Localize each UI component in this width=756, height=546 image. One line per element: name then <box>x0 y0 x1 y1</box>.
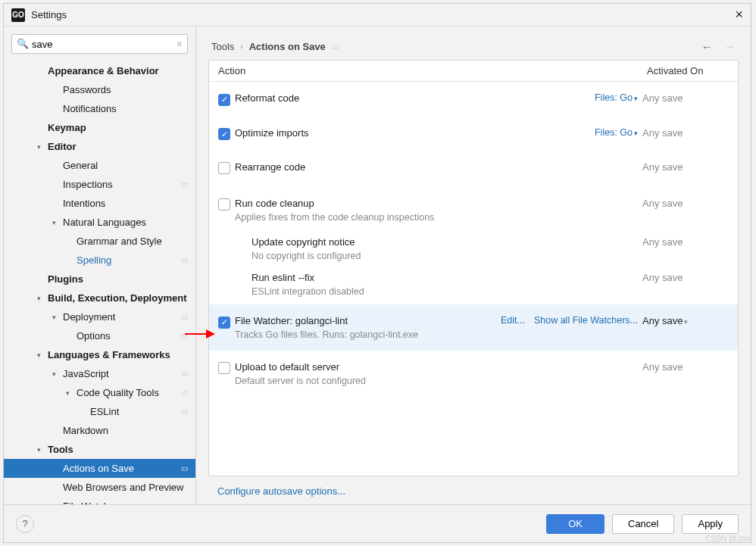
sidebar-item-plugins[interactable]: Plugins <box>4 270 195 289</box>
table-row[interactable]: Rearrange codeAny save <box>209 151 738 187</box>
chevron-down-icon: ▾ <box>30 446 48 454</box>
sidebar-item-natural-languages[interactable]: ▾Natural Languages <box>4 213 195 232</box>
sidebar-item-editor[interactable]: ▾Editor <box>4 137 195 156</box>
sidebar-item-actions-on-save[interactable]: Actions on Save▭ <box>4 459 195 478</box>
sidebar-item-tools[interactable]: ▾Tools <box>4 440 195 459</box>
help-button[interactable]: ? <box>16 515 34 533</box>
column-action[interactable]: Action <box>209 65 641 76</box>
activated-on: Any save <box>642 236 733 261</box>
table-row[interactable]: Update copyright noticeNo copyright is c… <box>209 233 738 269</box>
gear-icon: ▭ <box>181 180 188 189</box>
sidebar-item-general[interactable]: General <box>4 156 195 175</box>
checkbox[interactable] <box>218 198 230 211</box>
sidebar-item-label: Options <box>77 330 178 342</box>
chevron-down-icon: ▾ <box>45 219 63 226</box>
gear-icon: ▭ <box>181 502 188 504</box>
show-all-link[interactable]: Show all File Watchers... <box>534 315 638 326</box>
sidebar-item-grammar-and-style[interactable]: Grammar and Style <box>4 232 195 251</box>
table-row[interactable]: Run eslint --fixESLint integration disab… <box>209 269 738 304</box>
sidebar-item-intentions[interactable]: Intentions <box>4 194 195 213</box>
sidebar-item-deployment[interactable]: ▾Deployment▭ <box>4 307 195 326</box>
action-title: Run code cleanup <box>235 198 638 209</box>
sidebar-item-file-watchers[interactable]: File Watchers▭ <box>4 497 195 504</box>
sidebar-item-label: Actions on Save <box>63 463 178 474</box>
action-title: File Watcher: golangci-lint <box>235 315 501 326</box>
chevron-down-icon: ▾ <box>30 351 48 359</box>
chevron-down-icon: ▾ <box>30 143 48 151</box>
footer: ? OK Cancel Apply <box>4 504 751 542</box>
checkbox[interactable]: ✓ <box>218 94 230 106</box>
column-activated[interactable]: Activated On <box>641 65 738 76</box>
nav-forward-icon[interactable]: → <box>724 40 736 53</box>
sidebar-item-spelling[interactable]: Spelling▭ <box>4 251 195 270</box>
titlebar: GO Settings × <box>4 4 751 27</box>
cancel-button[interactable]: Cancel <box>612 514 674 534</box>
sidebar-item-languages-frameworks[interactable]: ▾Languages & Frameworks <box>4 345 195 364</box>
activated-on: Any save <box>642 127 733 141</box>
sidebar-item-web-browsers-and-preview[interactable]: Web Browsers and Preview <box>4 478 195 497</box>
action-subtitle: ESLint integration disabled <box>251 286 638 297</box>
sidebar-item-label: Tools <box>48 444 188 455</box>
main-panel: Tools › Actions on Save ▭ ← → Action Act… <box>196 27 751 504</box>
files-scope-link[interactable]: Files: Go▾ <box>595 127 638 138</box>
action-subtitle: Default server is not configured <box>235 376 638 386</box>
gear-icon: ▭ <box>181 313 188 321</box>
edit-link[interactable]: Edit... <box>501 315 525 326</box>
close-icon[interactable]: × <box>735 7 743 23</box>
sidebar-item-markdown[interactable]: Markdown <box>4 421 195 440</box>
breadcrumb-parent[interactable]: Tools <box>211 41 234 52</box>
chevron-down-icon: ▾ <box>45 314 63 321</box>
action-title: Upload to default server <box>235 361 638 373</box>
sidebar-item-eslint[interactable]: ESLint▭ <box>4 402 195 421</box>
actions-pane: Action Activated On ✓Reformat codeFiles:… <box>208 60 739 476</box>
chevron-down-icon: ▾ <box>684 318 688 326</box>
table-row[interactable]: ✓Optimize importsFiles: Go▾Any save <box>209 117 738 151</box>
apply-button[interactable]: Apply <box>682 514 739 534</box>
sidebar-item-code-quality-tools[interactable]: ▾Code Quality Tools▭ <box>4 383 195 402</box>
sidebar-item-keymap[interactable]: Keymap <box>4 118 195 137</box>
sidebar-item-javascript[interactable]: ▾JavaScript▭ <box>4 364 195 383</box>
action-title: Update copyright notice <box>251 236 638 248</box>
table-row[interactable]: ✓Reformat codeFiles: Go▾Any save <box>209 82 738 117</box>
checkbox[interactable]: ✓ <box>218 317 230 329</box>
sidebar-item-label: ESLint <box>90 406 178 417</box>
sidebar-item-label: Markdown <box>63 425 188 436</box>
nav-back-icon[interactable]: ← <box>701 40 712 53</box>
sidebar-item-appearance-behavior[interactable]: Appearance & Behavior <box>4 61 195 80</box>
table-row[interactable]: Upload to default serverDefault server i… <box>209 351 738 397</box>
table-row[interactable]: ✓File Watcher: golangci-lintTracks Go fi… <box>209 304 738 351</box>
ok-button[interactable]: OK <box>546 514 604 534</box>
sidebar-item-label: Languages & Frameworks <box>48 349 188 360</box>
sidebar-item-passwords[interactable]: Passwords <box>4 80 195 99</box>
files-scope-link[interactable]: Files: Go▾ <box>595 92 638 103</box>
watermark: CSDN @Jzin <box>705 535 750 543</box>
table-row[interactable]: Run code cleanupApplies fixes from the c… <box>209 187 738 233</box>
gear-icon: ▭ <box>181 332 188 340</box>
action-title: Rearrange code <box>235 161 638 173</box>
search-icon: 🔍 <box>17 38 29 49</box>
activated-on: Any save <box>642 361 733 386</box>
sidebar-item-inspections[interactable]: Inspections▭ <box>4 175 195 194</box>
configure-autosave-link[interactable]: Configure autosave options... <box>217 485 345 497</box>
sidebar-item-label: Build, Execution, Deployment <box>48 292 188 304</box>
checkbox[interactable] <box>218 362 230 374</box>
action-title: Run eslint --fix <box>251 272 638 283</box>
search-input[interactable] <box>11 34 188 54</box>
chevron-down-icon: ▾ <box>634 95 638 102</box>
sidebar-item-label: Natural Languages <box>63 217 188 228</box>
activated-on[interactable]: Any save▾ <box>642 315 733 340</box>
sidebar-item-notifications[interactable]: Notifications <box>4 99 195 118</box>
sidebar-item-label: Web Browsers and Preview <box>63 482 188 493</box>
clear-search-icon[interactable]: × <box>177 38 183 50</box>
gear-icon: ▭ <box>332 42 339 51</box>
sidebar-item-label: Inspections <box>63 179 178 190</box>
gear-icon: ▭ <box>181 464 188 473</box>
sidebar-item-build-execution-deployment[interactable]: ▾Build, Execution, Deployment <box>4 289 195 307</box>
checkbox[interactable] <box>218 162 230 174</box>
sidebar-item-options[interactable]: Options▭ <box>4 326 195 345</box>
checkbox[interactable]: ✓ <box>218 128 230 140</box>
chevron-down-icon: ▾ <box>634 129 638 137</box>
action-subtitle: No copyright is configured <box>251 251 638 261</box>
activated-on: Any save <box>642 161 733 176</box>
activated-on: Any save <box>642 198 733 223</box>
